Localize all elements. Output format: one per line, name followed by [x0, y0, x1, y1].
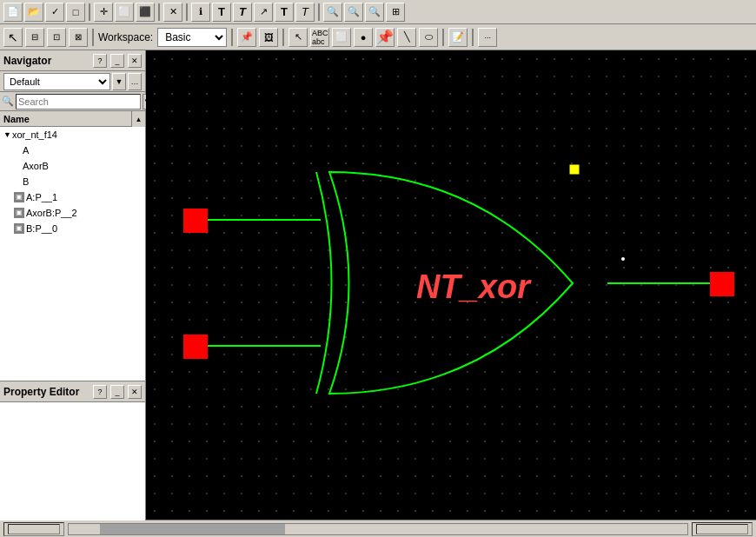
- tool6[interactable]: 🖼: [259, 28, 278, 47]
- move-button[interactable]: ✛: [94, 3, 113, 22]
- connect-point: [570, 165, 579, 174]
- status-right: [692, 522, 753, 536]
- navigator-title: Navigator: [3, 55, 90, 67]
- tree-area: Name ▲ ▼ xor_nt_f14 A AxorB: [0, 111, 145, 381]
- input-a-pin[interactable]: [183, 209, 208, 233]
- sep4: [318, 3, 320, 21]
- zoom-out-button[interactable]: 🔍: [344, 3, 363, 22]
- select-tool[interactable]: ↖: [3, 28, 23, 47]
- zoom-in-button[interactable]: 🔍: [323, 3, 342, 22]
- line-tool[interactable]: ╲: [397, 28, 416, 47]
- save-button[interactable]: ✓: [45, 3, 64, 22]
- h-scroll-left[interactable]: [8, 524, 60, 534]
- tree-item-b[interactable]: B: [0, 174, 145, 189]
- sep1: [89, 3, 90, 21]
- tree-icon-axorbp2: ▣: [14, 208, 24, 218]
- h-scrollbar[interactable]: [68, 523, 688, 535]
- prop-editor-title: Property Editor: [3, 386, 90, 398]
- tree-item-label-axorbp2: AxorB:P__2: [26, 208, 77, 218]
- search-bar: 🔍 ▼ ▼: [0, 92, 145, 111]
- tree-icon-ap1: ▣: [14, 192, 24, 202]
- nav-minimize-button[interactable]: _: [110, 54, 124, 68]
- pin-tool[interactable]: 📌: [375, 28, 395, 47]
- tree-item-label-b: B: [23, 176, 29, 187]
- center-dot: [621, 257, 625, 261]
- tree-item-axorbp2[interactable]: ▣ AxorB:P__2: [0, 205, 145, 221]
- schematic-canvas: NT_xor: [146, 50, 756, 520]
- nav-options-btn[interactable]: …: [128, 73, 142, 90]
- info-button[interactable]: ℹ: [191, 3, 210, 22]
- tree-header: Name ▲: [0, 111, 145, 127]
- h-scroll-right[interactable]: [696, 524, 748, 534]
- prop-minimize-button[interactable]: _: [110, 385, 124, 399]
- copy-button[interactable]: ⬜: [115, 3, 134, 22]
- dotted-tool[interactable]: ···: [478, 28, 497, 47]
- prop-close-button[interactable]: ✕: [128, 385, 142, 399]
- tree-name-col: Name: [3, 114, 30, 124]
- tree-scroll-btn[interactable]: ▲: [131, 111, 145, 127]
- workspace-label: Workspace:: [98, 31, 153, 43]
- tree-icon-bp0: ▣: [14, 223, 24, 234]
- circle-tool[interactable]: ●: [354, 28, 373, 47]
- text3-button[interactable]: T: [275, 3, 294, 22]
- sep6: [231, 29, 233, 46]
- tree-item-root[interactable]: ▼ xor_nt_f14: [0, 127, 145, 143]
- input-b-pin[interactable]: [183, 335, 208, 359]
- main-layout: Navigator ? _ ✕ Default ▼ … 🔍 ▼ ▼ Name ▲: [0, 50, 756, 520]
- navigator-dropdown: Default ▼ …: [0, 71, 145, 92]
- toolbar-row1: 📄 📂 ✓ □ ✛ ⬜ ⬛ ✕ ℹ T T ↗ T T 🔍 🔍 🔍 ⊞: [0, 0, 756, 24]
- canvas-area[interactable]: NT_xor: [146, 50, 756, 520]
- left-panel: Navigator ? _ ✕ Default ▼ … 🔍 ▼ ▼ Name ▲: [0, 50, 146, 520]
- wire-button[interactable]: ↗: [254, 3, 273, 22]
- tree-item-axorb[interactable]: AxorB: [0, 158, 145, 174]
- search-icon: 🔍: [2, 96, 14, 107]
- sep3: [186, 3, 188, 21]
- delete-button[interactable]: ✕: [163, 3, 182, 22]
- tool3[interactable]: ⊡: [47, 28, 66, 47]
- tree-item-bp0[interactable]: ▣ B:P__0: [0, 221, 145, 236]
- text-tool[interactable]: ABCabc: [310, 28, 329, 47]
- status-bar: [0, 520, 756, 537]
- h-scroll-thumb: [100, 524, 286, 534]
- open-button[interactable]: 📂: [24, 3, 43, 22]
- tree-item-label-root: xor_nt_f14: [12, 129, 57, 140]
- tree-item-a[interactable]: A: [0, 143, 145, 158]
- tree-item-label-bp0: B:P__0: [26, 223, 57, 234]
- sep9: [472, 29, 474, 46]
- new-button[interactable]: 📄: [3, 3, 23, 22]
- shape-select[interactable]: ↖: [288, 28, 308, 47]
- tree-item-label-ap1: A:P__1: [26, 192, 57, 202]
- tree-item-label-a: A: [23, 145, 29, 156]
- text2-button[interactable]: T: [233, 3, 252, 22]
- nav-close-button[interactable]: ✕: [128, 54, 142, 68]
- notes-tool[interactable]: 📝: [448, 28, 468, 47]
- tree-item-ap1[interactable]: ▣ A:P__1: [0, 189, 145, 205]
- text-button[interactable]: T: [212, 3, 231, 22]
- tool2[interactable]: ⊟: [25, 28, 44, 47]
- nav-help-button[interactable]: ?: [93, 54, 107, 68]
- sep2: [158, 3, 160, 21]
- paste-button[interactable]: ⬛: [136, 3, 155, 22]
- ellipse-tool[interactable]: ⬭: [419, 28, 438, 47]
- sep8: [442, 29, 444, 46]
- tool4[interactable]: ⊠: [69, 28, 88, 47]
- status-left: [3, 522, 64, 536]
- property-editor-panel: Property Editor ? _ ✕: [0, 381, 145, 520]
- text4-button[interactable]: T: [295, 3, 315, 22]
- workspace-select[interactable]: Basic: [157, 28, 227, 47]
- prop-editor-content: [0, 402, 145, 520]
- navigator-header: Navigator ? _ ✕: [0, 50, 145, 71]
- nav-select[interactable]: Default: [3, 73, 110, 90]
- save2-button[interactable]: □: [66, 3, 85, 22]
- nav-dropdown-btn[interactable]: ▼: [112, 73, 126, 90]
- prop-help-button[interactable]: ?: [93, 385, 107, 399]
- zoom-all-button[interactable]: ⊞: [386, 3, 405, 22]
- tool5[interactable]: 📌: [237, 28, 256, 47]
- output-pin[interactable]: [710, 272, 734, 296]
- tree-item-label-axorb: AxorB: [23, 161, 49, 171]
- property-editor-header: Property Editor ? _ ✕: [0, 381, 145, 402]
- search-input[interactable]: [16, 94, 141, 109]
- zoom-fit-button[interactable]: 🔍: [365, 3, 384, 22]
- gate-label: NT_xor: [416, 268, 532, 305]
- rect-tool[interactable]: ⬜: [332, 28, 351, 47]
